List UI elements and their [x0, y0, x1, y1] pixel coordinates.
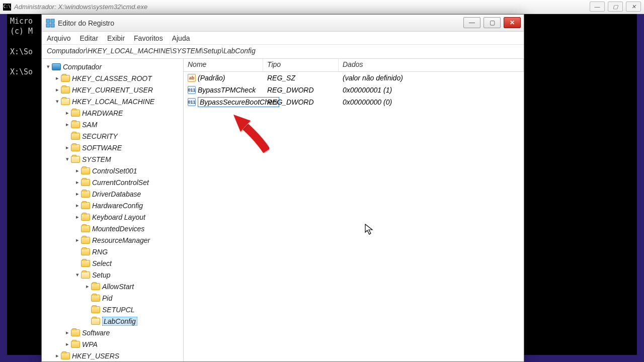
close-button[interactable]: ✕ [626, 2, 641, 12]
expand-icon[interactable]: ▸ [54, 352, 61, 359]
folder-icon [81, 225, 90, 232]
expand-icon[interactable]: ▸ [74, 191, 81, 197]
menu-view[interactable]: Exibir [107, 34, 125, 42]
tree-node-hardwareconfig[interactable]: ▸HardwareConfig [44, 200, 183, 211]
tree-node-sam[interactable]: ▸SAM [44, 119, 183, 130]
tree-node-security[interactable]: ▸SECURITY [44, 130, 183, 142]
tree-label: RNG [92, 248, 108, 256]
address-bar[interactable]: Computador\HKEY_LOCAL_MACHINE\SYSTEM\Set… [42, 45, 524, 59]
tree-label: SETUPCL [102, 306, 135, 314]
tree-node-system[interactable]: ▾SYSTEM [44, 153, 183, 165]
menu-favorites[interactable]: Favoritos [134, 34, 163, 42]
collapse-icon[interactable]: ▾ [74, 272, 81, 278]
expand-icon[interactable]: ▸ [64, 121, 71, 128]
svg-rect-0 [46, 19, 50, 23]
tree-node-rng[interactable]: ▸RNG [44, 246, 183, 257]
value-row[interactable]: 011REG_DWORD0x00000000 (0) [184, 96, 524, 108]
tree-node-hkey-classes-root[interactable]: ▸HKEY_CLASSES_ROOT [44, 72, 183, 84]
expand-icon[interactable]: ▸ [64, 110, 71, 116]
minimize-button[interactable]: — [590, 2, 605, 12]
menu-file[interactable]: Arquivo [47, 34, 70, 42]
tree-node-setup[interactable]: ▾Setup [44, 269, 183, 281]
expand-icon[interactable]: ▸ [64, 329, 71, 336]
tree-node-driverdatabase[interactable]: ▸DriverDatabase [44, 188, 183, 200]
maximize-button[interactable]: ▢ [608, 2, 623, 12]
registry-value-list[interactable]: Nome Tipo Dados ab(Padrão)REG_SZ(valor n… [184, 59, 524, 361]
folder-icon [91, 306, 100, 313]
tree-node-software[interactable]: ▸SOFTWARE [44, 142, 183, 153]
list-header[interactable]: Nome Tipo Dados [184, 59, 524, 72]
value-data: (valor não definido) [339, 74, 524, 82]
expand-icon[interactable]: ▸ [74, 179, 81, 186]
binary-value-icon: 011 [188, 98, 196, 106]
tree-node-software[interactable]: ▸Software [44, 327, 183, 338]
folder-icon [91, 295, 100, 302]
value-name: BypassTPMCheck [198, 86, 256, 94]
expand-icon[interactable]: ▸ [74, 167, 81, 174]
expand-icon[interactable]: ▸ [84, 283, 91, 290]
tree-node-controlset001[interactable]: ▸ControlSet001 [44, 165, 183, 176]
expand-icon[interactable]: ▸ [64, 341, 71, 347]
folder-icon [71, 341, 80, 348]
folder-icon [71, 144, 80, 151]
folder-icon [61, 86, 70, 94]
tree-label: HKEY_LOCAL_MACHINE [72, 98, 154, 106]
value-row[interactable]: ab(Padrão)REG_SZ(valor não definido) [184, 72, 524, 84]
column-name[interactable]: Nome [184, 59, 263, 71]
expand-icon[interactable]: ▸ [54, 75, 61, 81]
tree-label: SAM [82, 121, 97, 129]
menubar: Arquivo Editar Exibir Favoritos Ajuda [42, 32, 524, 45]
column-data[interactable]: Dados [339, 59, 524, 71]
value-name: (Padrão) [198, 74, 225, 82]
minimize-button[interactable]: — [463, 17, 480, 28]
menu-help[interactable]: Ajuda [172, 34, 190, 42]
tree-node-mounteddevices[interactable]: ▸MountedDevices [44, 223, 183, 234]
tree-node-computador[interactable]: ▾Computador [44, 61, 183, 72]
tree-node-pid[interactable]: ▸Pid [44, 292, 183, 304]
tree-label: Keyboard Layout [92, 213, 145, 221]
collapse-icon[interactable]: ▾ [54, 98, 61, 105]
tree-node-wpa[interactable]: ▸WPA [44, 338, 183, 350]
tree-node-setupcl[interactable]: ▸SETUPCL [44, 304, 183, 315]
expand-icon[interactable]: ▸ [74, 202, 81, 209]
tree-node-hkey-current-user[interactable]: ▸HKEY_CURRENT_USER [44, 84, 183, 96]
tree-node-resourcemanager[interactable]: ▸ResourceManager [44, 234, 183, 246]
expand-icon[interactable]: ▸ [54, 86, 61, 93]
regedit-title: Editor do Registro [58, 19, 114, 27]
close-button[interactable]: ✕ [504, 17, 521, 28]
tree-node-hardware[interactable]: ▸HARDWARE [44, 107, 183, 119]
value-row[interactable]: 011BypassTPMCheckREG_DWORD0x00000001 (1) [184, 84, 524, 96]
folder-icon [91, 318, 100, 325]
expand-icon[interactable]: ▸ [64, 144, 71, 151]
regedit-titlebar[interactable]: Editor do Registro — ▢ ✕ [42, 15, 524, 32]
tree-node-allowstart[interactable]: ▸AllowStart [44, 281, 183, 292]
collapse-icon[interactable]: ▾ [64, 156, 71, 162]
tree-node-hkey-local-machine[interactable]: ▾HKEY_LOCAL_MACHINE [44, 96, 183, 107]
folder-icon [81, 248, 90, 255]
folder-icon [71, 133, 80, 140]
maximize-button[interactable]: ▢ [484, 17, 501, 28]
folder-icon [81, 191, 90, 198]
tree-label: ControlSet001 [92, 167, 137, 175]
regedit-window: Editor do Registro — ▢ ✕ Arquivo Editar … [41, 14, 524, 362]
tree-label: LabConfig [102, 317, 137, 326]
folder-icon [81, 260, 90, 267]
tree-label: DriverDatabase [92, 190, 141, 198]
folder-icon [71, 121, 80, 128]
registry-tree[interactable]: ▾Computador▸HKEY_CLASSES_ROOT▸HKEY_CURRE… [42, 59, 184, 361]
cmd-titlebar[interactable]: C:\ Administrador: X:\windows\system32\c… [0, 0, 644, 14]
tree-label: AllowStart [102, 283, 134, 291]
tree-node-hkey-users[interactable]: ▸HKEY_USERS [44, 350, 183, 361]
tree-node-labconfig[interactable]: ▸LabConfig [44, 315, 183, 327]
tree-node-currentcontrolset[interactable]: ▸CurrentControlSet [44, 176, 183, 188]
binary-value-icon: 011 [188, 86, 196, 94]
menu-edit[interactable]: Editar [79, 34, 98, 42]
collapse-icon[interactable]: ▾ [45, 63, 52, 70]
expand-icon[interactable]: ▸ [74, 237, 81, 243]
folder-icon [81, 167, 90, 174]
tree-node-keyboard-layout[interactable]: ▸Keyboard Layout [44, 211, 183, 223]
expand-icon[interactable]: ▸ [74, 214, 81, 220]
svg-rect-2 [46, 24, 50, 27]
tree-node-select[interactable]: ▸Select [44, 257, 183, 269]
column-type[interactable]: Tipo [263, 59, 339, 71]
